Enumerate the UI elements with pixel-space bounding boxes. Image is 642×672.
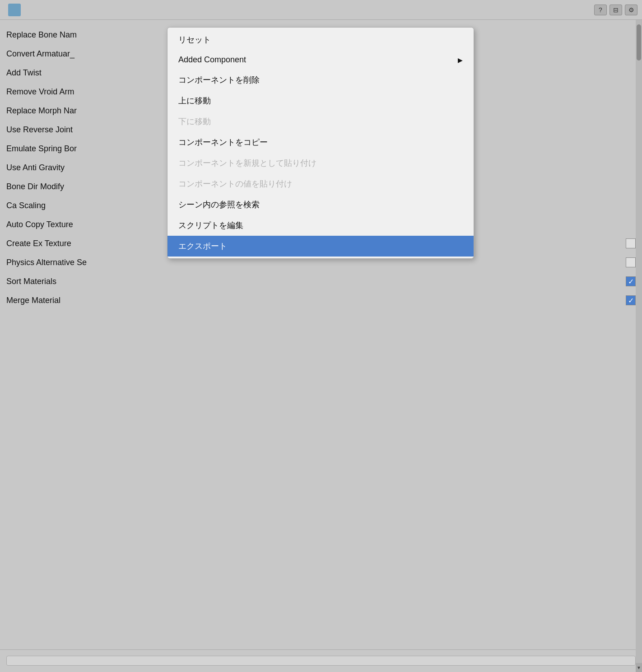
context-menu: リセットAdded Component▶コンポーネントを削除上に移動下に移動コン… bbox=[167, 27, 474, 259]
menu-item-label: エクスポート bbox=[178, 241, 227, 252]
add-component-button[interactable] bbox=[6, 656, 636, 666]
list-item-checkbox[interactable]: ✓ bbox=[626, 276, 636, 286]
menu-item-label: コンポーネントを新規として貼り付け bbox=[178, 158, 316, 168]
list-item-label: Sort Materials bbox=[6, 277, 622, 286]
menu-item-find-references[interactable]: シーン内の参照を検索 bbox=[167, 194, 474, 215]
scrollbar-thumb[interactable] bbox=[637, 24, 641, 61]
layout-button[interactable]: ⊟ bbox=[609, 5, 622, 15]
menu-item-reset[interactable]: リセット bbox=[167, 29, 474, 50]
list-item-checkbox[interactable] bbox=[626, 257, 636, 267]
menu-item-move-down: 下に移動 bbox=[167, 111, 474, 132]
list-item-checkbox[interactable]: ✓ bbox=[626, 295, 636, 305]
menu-item-label: リセット bbox=[178, 34, 211, 45]
list-item-label: Merge Material bbox=[6, 296, 622, 305]
scrollbar-arrow-down[interactable]: ▼ bbox=[636, 663, 642, 672]
script-icon bbox=[8, 4, 21, 16]
list-item-label: Physics Alternative Se bbox=[6, 258, 622, 267]
list-item-checkbox[interactable] bbox=[626, 238, 636, 248]
menu-item-paste-value: コンポーネントの値を貼り付け bbox=[167, 173, 474, 194]
script-label bbox=[0, 20, 642, 23]
help-button[interactable]: ? bbox=[594, 5, 607, 15]
menu-item-label: シーン内の参照を検索 bbox=[178, 199, 260, 210]
submenu-arrow-icon: ▶ bbox=[458, 56, 463, 64]
menu-item-label: コンポーネントを削除 bbox=[178, 75, 260, 85]
scrollbar[interactable]: ▼ bbox=[636, 20, 642, 672]
menu-item-remove-component[interactable]: コンポーネントを削除 bbox=[167, 70, 474, 90]
menu-item-label: コンポーネントをコピー bbox=[178, 137, 268, 148]
menu-item-added-component[interactable]: Added Component▶ bbox=[167, 50, 474, 70]
component-header: ? ⊟ ⚙ bbox=[0, 0, 642, 20]
menu-item-copy-component[interactable]: コンポーネントをコピー bbox=[167, 132, 474, 153]
menu-item-move-up[interactable]: 上に移動 bbox=[167, 90, 474, 111]
settings-button[interactable]: ⚙ bbox=[625, 5, 637, 15]
menu-item-label: 下に移動 bbox=[178, 116, 211, 127]
menu-item-edit-script[interactable]: スクリプトを編集 bbox=[167, 215, 474, 236]
menu-item-export[interactable]: エクスポート bbox=[167, 236, 474, 257]
footer bbox=[0, 649, 642, 672]
menu-item-label: Added Component bbox=[178, 55, 246, 65]
list-item[interactable]: Sort Materials✓ bbox=[0, 272, 642, 291]
header-actions: ? ⊟ ⚙ bbox=[594, 5, 637, 15]
menu-item-label: コンポーネントの値を貼り付け bbox=[178, 178, 292, 189]
list-item[interactable]: Merge Material✓ bbox=[0, 291, 642, 310]
menu-item-paste-new: コンポーネントを新規として貼り付け bbox=[167, 153, 474, 173]
menu-item-label: スクリプトを編集 bbox=[178, 220, 243, 231]
menu-item-label: 上に移動 bbox=[178, 95, 211, 106]
